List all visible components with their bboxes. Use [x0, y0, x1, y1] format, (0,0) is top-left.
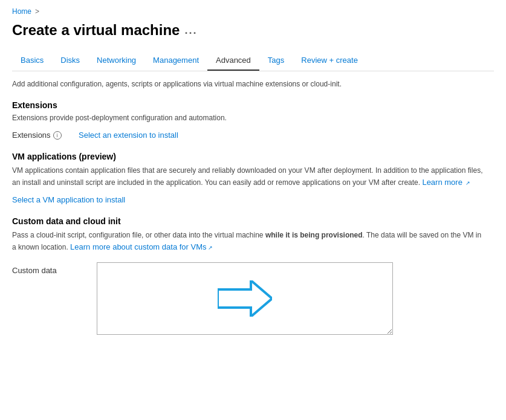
external-link-icon: ↗ [465, 179, 470, 187]
page-title: Create a virtual machine ... [12, 22, 494, 39]
extensions-description: Extensions provide post-deployment confi… [12, 114, 494, 122]
extensions-section: Extensions Extensions provide post-deplo… [12, 100, 494, 140]
vm-applications-title: VM applications (preview) [12, 152, 494, 161]
breadcrumb: Home > [12, 7, 494, 16]
tab-tags[interactable]: Tags [259, 51, 293, 71]
tab-networking[interactable]: Networking [88, 51, 144, 71]
extensions-field-row: Extensions i Select an extension to inst… [12, 131, 494, 140]
tab-management[interactable]: Management [144, 51, 207, 71]
tab-bar: Basics Disks Networking Management Advan… [12, 51, 494, 71]
breadcrumb-home[interactable]: Home [12, 7, 31, 16]
tab-advanced[interactable]: Advanced [207, 51, 259, 71]
external-link-icon-2: ↗ [208, 244, 213, 252]
custom-data-label: Custom data [12, 262, 85, 275]
custom-data-learn-more[interactable]: Learn more about custom data for VMs [70, 242, 206, 251]
main-container: Home > Create a virtual machine ... Basi… [0, 0, 506, 359]
tab-disks[interactable]: Disks [52, 51, 88, 71]
vm-applications-learn-more[interactable]: Learn more [422, 178, 462, 187]
extensions-info-icon[interactable]: i [53, 131, 62, 140]
page-title-options[interactable]: ... [184, 24, 197, 37]
select-vm-application-link[interactable]: Select a VM application to install [12, 195, 125, 204]
custom-data-title: Custom data and cloud init [12, 216, 494, 226]
extensions-title: Extensions [12, 100, 494, 110]
tab-description: Add additional configuration, agents, sc… [12, 80, 494, 88]
breadcrumb-separator: > [35, 7, 39, 16]
custom-data-bold: while it is being provisioned [265, 231, 363, 239]
tab-basics[interactable]: Basics [12, 51, 52, 71]
custom-data-section: Custom data and cloud init Pass a cloud-… [12, 216, 494, 335]
select-extension-link[interactable]: Select an extension to install [79, 131, 178, 140]
custom-data-textarea[interactable] [97, 262, 393, 335]
vm-applications-section: VM applications (preview) VM application… [12, 152, 494, 204]
custom-data-form-row: Custom data [12, 262, 494, 335]
extensions-field-label: Extensions i [12, 131, 73, 140]
tab-review-create[interactable]: Review + create [293, 51, 366, 71]
vm-applications-description: VM applications contain application file… [12, 165, 484, 189]
custom-data-textarea-wrapper [97, 262, 393, 335]
custom-data-description: Pass a cloud-init script, configuration … [12, 230, 484, 254]
